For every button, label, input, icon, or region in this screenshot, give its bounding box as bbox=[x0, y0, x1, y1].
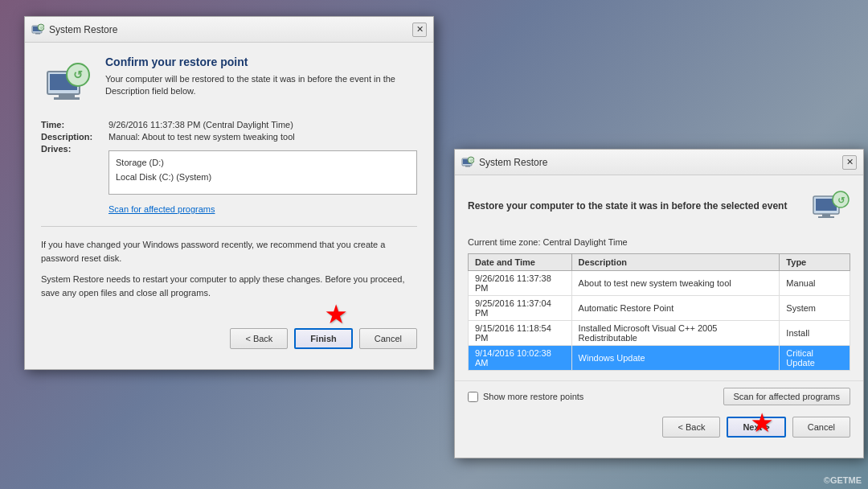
desc-label: Description: bbox=[41, 132, 105, 142]
time-value: 9/26/2016 11:37:38 PM (Central Daylight … bbox=[108, 120, 293, 129]
row2-type: System bbox=[780, 296, 850, 321]
dialog1-title-bar: ↺ System Restore ✕ bbox=[25, 17, 433, 43]
dialog1-content: ↺ Confirm your restore point Your comput… bbox=[25, 43, 433, 320]
scan-link-container: Scan for affected programs bbox=[108, 203, 417, 215]
col-description: Description bbox=[571, 254, 780, 271]
drive1: Storage (D:) bbox=[116, 156, 410, 171]
dialog1-finish-button[interactable]: Finish bbox=[294, 328, 352, 349]
table-row[interactable]: 9/26/2016 11:37:38 PM About to test new … bbox=[469, 271, 850, 296]
restore-points-table: Date and Time Description Type 9/26/2016… bbox=[468, 253, 850, 371]
dialog2-button-row: < Back Next > Cancel bbox=[455, 412, 863, 446]
drive2: Local Disk (C:) (System) bbox=[116, 171, 410, 185]
show-more-checkbox[interactable] bbox=[468, 392, 478, 402]
scan-affected-link[interactable]: Scan for affected programs bbox=[108, 204, 215, 214]
time-row: Time: 9/26/2016 11:37:38 PM (Central Day… bbox=[41, 120, 417, 129]
dialog1-button-row: < Back Finish Cancel bbox=[25, 320, 433, 360]
dialog2-title-text: System Restore bbox=[479, 157, 547, 168]
svg-rect-19 bbox=[818, 216, 834, 218]
svg-text:↺: ↺ bbox=[73, 68, 83, 81]
warning1-text: If you have changed your Windows passwor… bbox=[41, 238, 417, 265]
dialog2-title-left: ↺ System Restore bbox=[461, 156, 547, 169]
dialog2-next-button[interactable]: Next > bbox=[727, 417, 785, 438]
row3-type: Install bbox=[780, 321, 850, 346]
dialog1-info: Time: 9/26/2016 11:37:38 PM (Central Day… bbox=[41, 120, 417, 215]
dialog-restore-list: ↺ System Restore ✕ Restore your computer… bbox=[454, 149, 864, 458]
system-restore-icon-2: ↺ bbox=[461, 156, 474, 169]
svg-rect-18 bbox=[822, 214, 830, 216]
svg-rect-2 bbox=[35, 33, 40, 35]
timezone-label: Current time zone: Central Daylight Time bbox=[468, 237, 850, 247]
dialog1-title-text: System Restore bbox=[49, 24, 117, 35]
show-more-label[interactable]: Show more restore points bbox=[468, 392, 583, 402]
dialog1-close-button[interactable]: ✕ bbox=[412, 23, 427, 37]
time-label: Time: bbox=[41, 120, 105, 129]
svg-rect-7 bbox=[59, 94, 75, 97]
dialog1-cancel-button[interactable]: Cancel bbox=[359, 328, 417, 349]
dialog1-description: Your computer will be restored to the st… bbox=[105, 73, 417, 98]
dialog1-heading: Confirm your restore point bbox=[105, 55, 417, 68]
drives-row: Drives: Storage (D:) Local Disk (C:) (Sy… bbox=[41, 144, 417, 201]
dialog-confirm-restore: ↺ System Restore ✕ ↺ Conf bbox=[24, 16, 434, 370]
col-type: Type bbox=[780, 254, 850, 271]
svg-text:↺: ↺ bbox=[837, 195, 845, 205]
desc-value: Manual: About to test new system tweakin… bbox=[108, 132, 295, 142]
col-date: Date and Time bbox=[469, 254, 572, 271]
warning2-text: System Restore needs to restart your com… bbox=[41, 273, 417, 299]
row2-date: 9/25/2016 11:37:04 PM bbox=[469, 296, 572, 321]
dialog2-back-button[interactable]: < Back bbox=[662, 417, 720, 438]
dialog1-header-text: Confirm your restore point Your computer… bbox=[105, 55, 417, 98]
row2-desc: Automatic Restore Point bbox=[571, 296, 780, 321]
table-row[interactable]: 9/15/2016 11:18:54 PM Installed Microsof… bbox=[469, 321, 850, 346]
dialog1-header: ↺ Confirm your restore point Your comput… bbox=[41, 55, 417, 107]
row4-date: 9/14/2016 10:02:38 AM bbox=[469, 346, 572, 371]
row4-desc: Windows Update bbox=[571, 346, 780, 371]
row1-type: Manual bbox=[780, 271, 850, 296]
drives-label: Drives: bbox=[41, 144, 105, 201]
dialog1-title-left: ↺ System Restore bbox=[31, 23, 117, 36]
dialog2-content: Restore your computer to the state it wa… bbox=[455, 175, 863, 380]
row3-desc: Installed Microsoft Visual C++ 2005 Redi… bbox=[571, 321, 780, 346]
dialog2-header: Restore your computer to the state it wa… bbox=[468, 185, 850, 228]
row3-date: 9/15/2016 11:18:54 PM bbox=[469, 321, 572, 346]
dialog2-heading: Restore your computer to the state it wa… bbox=[468, 200, 787, 213]
watermark: ©GETME bbox=[824, 475, 862, 485]
row4-type: Critical Update bbox=[780, 346, 850, 371]
show-more-text: Show more restore points bbox=[483, 392, 583, 401]
row1-desc: About to test new system tweaking tool bbox=[571, 271, 780, 296]
restore-computer-icon: ↺ bbox=[41, 55, 92, 107]
desc-row: Description: Manual: About to test new s… bbox=[41, 132, 417, 142]
system-restore-icon: ↺ bbox=[31, 23, 44, 36]
separator1 bbox=[41, 226, 417, 227]
svg-rect-8 bbox=[54, 97, 80, 100]
scan-affected-button[interactable]: Scan for affected programs bbox=[723, 388, 850, 405]
restore-icon: ↺ bbox=[41, 55, 92, 107]
table-row[interactable]: 9/25/2016 11:37:04 PM Automatic Restore … bbox=[469, 296, 850, 321]
row1-date: 9/26/2016 11:37:38 PM bbox=[469, 271, 572, 296]
restore-computer-icon-2: ↺ bbox=[810, 185, 850, 225]
drives-box: Storage (D:) Local Disk (C:) (System) bbox=[108, 150, 417, 195]
dialog2-icon: ↺ bbox=[810, 185, 850, 228]
dialog2-cancel-button[interactable]: Cancel bbox=[792, 417, 850, 438]
dialog2-close-button[interactable]: ✕ bbox=[842, 155, 857, 170]
table-row-selected[interactable]: 9/14/2016 10:02:38 AM Windows Update Cri… bbox=[469, 346, 850, 371]
dialog2-title-bar: ↺ System Restore ✕ bbox=[455, 150, 863, 175]
dialog1-back-button[interactable]: < Back bbox=[230, 328, 288, 349]
dialog2-bottom-area: Show more restore points Scan for affect… bbox=[455, 380, 863, 412]
svg-rect-13 bbox=[465, 166, 470, 167]
